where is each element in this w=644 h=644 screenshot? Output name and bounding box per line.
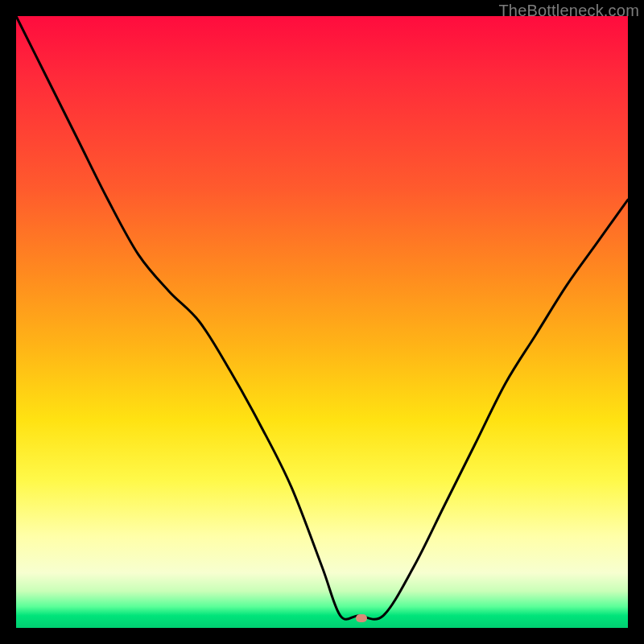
bottleneck-curve — [16, 16, 628, 628]
optimal-marker — [356, 614, 367, 622]
watermark-text: TheBottleneck.com — [498, 2, 639, 20]
chart-frame: TheBottleneck.com — [0, 0, 644, 644]
plot-area — [16, 16, 628, 628]
curve-line — [16, 16, 628, 619]
